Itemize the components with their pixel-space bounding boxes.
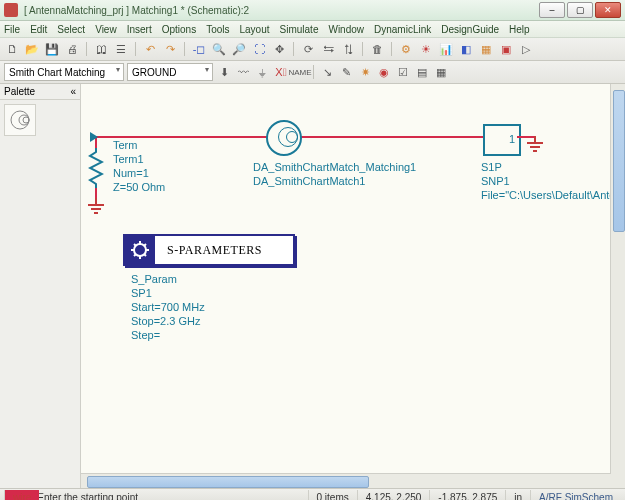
move-icon[interactable]: ↘ [319, 64, 335, 80]
snp-port-label: 1 [509, 133, 515, 145]
toolbar-main: 🗋 📂 💾 🖨 🕮 ☰ ↶ ↷ -◻ 🔍 🔎 ⛶ ✥ ⟳ ⮀ ⮁ 🗑 ⚙ ☀ 📊… [0, 38, 625, 61]
component-select[interactable]: GROUND [127, 63, 213, 81]
palette-item-smith[interactable] [4, 104, 36, 136]
record-icon[interactable]: ◉ [376, 64, 392, 80]
svg-point-1 [19, 115, 29, 125]
separator [135, 42, 136, 56]
rotate-icon[interactable]: ⟳ [300, 41, 316, 57]
status-items: 0 items [308, 490, 357, 500]
library-icon[interactable]: 🕮 [93, 41, 109, 57]
menu-insert[interactable]: Insert [127, 24, 152, 35]
scrollbar-horizontal[interactable] [81, 473, 611, 488]
display-icon[interactable]: 📊 [438, 41, 454, 57]
scrollbar-thumb[interactable] [613, 90, 625, 232]
window-title: [ AntennaMatching_prj ] Matching1 * (Sch… [24, 5, 249, 16]
snp-component[interactable]: 1 [483, 124, 521, 156]
ground-icon [525, 136, 545, 152]
hierarchy-icon[interactable]: ▣ [498, 41, 514, 57]
delete-icon[interactable]: 🗑 [369, 41, 385, 57]
zoom-dec-icon[interactable]: -◻ [191, 41, 207, 57]
status-coord2: -1.875, 2.875 [429, 490, 505, 500]
menu-designguide[interactable]: DesignGuide [441, 24, 499, 35]
term-label[interactable]: Term Term1 Num=1 Z=50 Ohm [113, 138, 165, 194]
smith-chart-icon[interactable] [266, 120, 302, 156]
schematic-canvas[interactable]: Term Term1 Num=1 Z=50 Ohm DA_SmithChartM… [81, 84, 625, 488]
tune-icon[interactable]: ☀ [418, 41, 434, 57]
snp-label[interactable]: S1P SNP1 File="C:\Users\Default\Ante [481, 160, 615, 202]
svg-point-0 [11, 111, 29, 129]
palette-title: Palette « [0, 84, 80, 100]
menu-help[interactable]: Help [509, 24, 530, 35]
separator [313, 65, 314, 79]
palette-panel: Palette « [0, 84, 81, 488]
separator [362, 42, 363, 56]
checkbox-icon[interactable]: ☑ [395, 64, 411, 80]
smith-label[interactable]: DA_SmithChartMatch_Matching1 DA_SmithCha… [253, 160, 416, 188]
palette-collapse-icon[interactable]: « [70, 86, 76, 97]
wire-icon[interactable]: 〰 [235, 64, 251, 80]
gnd-icon[interactable]: ⏚ [254, 64, 270, 80]
layers-icon[interactable]: ▤ [414, 64, 430, 80]
app-icon [4, 3, 18, 17]
maximize-button[interactable]: ▢ [567, 2, 593, 18]
palette-select[interactable]: Smith Chart Matching [4, 63, 124, 81]
titlebar: [ AntennaMatching_prj ] Matching1 * (Sch… [0, 0, 625, 21]
layout-icon[interactable]: ▦ [433, 64, 449, 80]
minimize-button[interactable]: – [539, 2, 565, 18]
term-port-icon [90, 132, 98, 142]
zoom-out-icon[interactable]: 🔎 [231, 41, 247, 57]
wire[interactable] [95, 188, 97, 198]
smith-icon [9, 109, 31, 131]
ground-icon [86, 198, 106, 214]
dds-icon[interactable]: ◧ [458, 41, 474, 57]
edit-icon[interactable]: ✎ [338, 64, 354, 80]
redo-icon[interactable]: ↷ [162, 41, 178, 57]
menu-simulate[interactable]: Simulate [280, 24, 319, 35]
scrollbar-corner [611, 474, 625, 488]
tree-icon[interactable]: ☰ [113, 41, 129, 57]
mirror-h-icon[interactable]: ⮀ [320, 41, 336, 57]
star-icon[interactable]: ✷ [357, 64, 373, 80]
palette-body [0, 100, 80, 140]
save-icon[interactable]: 💾 [44, 41, 60, 57]
mirror-v-icon[interactable]: ⮁ [340, 41, 356, 57]
close-button[interactable]: ✕ [595, 2, 621, 18]
menu-view[interactable]: View [95, 24, 117, 35]
window-buttons: – ▢ ✕ [539, 2, 621, 18]
print-icon[interactable]: 🖨 [64, 41, 80, 57]
scrollbar-thumb[interactable] [87, 476, 369, 488]
menu-layout[interactable]: Layout [240, 24, 270, 35]
separator [391, 42, 392, 56]
name-icon[interactable]: NAME [292, 64, 308, 80]
open-icon[interactable]: 📂 [24, 41, 40, 57]
menu-window[interactable]: Window [328, 24, 364, 35]
status-units: in [505, 490, 530, 500]
menu-dynamiclink[interactable]: DynamicLink [374, 24, 431, 35]
menu-tools[interactable]: Tools [206, 24, 229, 35]
sparams-label[interactable]: S_Param SP1 Start=700 MHz Stop=2.3 GHz S… [131, 272, 205, 342]
new-icon[interactable]: 🗋 [4, 41, 20, 57]
status-space: A/RF SimSchem [530, 490, 621, 500]
pan-icon[interactable]: ✥ [271, 41, 287, 57]
sparams-controller[interactable]: S-PARAMETERS [123, 234, 295, 266]
vars-icon[interactable]: ▦ [478, 41, 494, 57]
separator [184, 42, 185, 56]
gear-icon [125, 236, 155, 264]
menu-options[interactable]: Options [162, 24, 196, 35]
scrollbar-vertical[interactable] [610, 84, 625, 474]
menu-select[interactable]: Select [57, 24, 85, 35]
zoom-in-icon[interactable]: 🔍 [211, 41, 227, 57]
sparams-title: S-PARAMETERS [167, 243, 262, 258]
palette-label: Palette [4, 86, 35, 97]
resistor-icon [88, 148, 104, 188]
toolbar-secondary: Smith Chart Matching GROUND ⬇ 〰 ⏚ X⃒ NAM… [0, 61, 625, 84]
place-icon[interactable]: ⬇ [216, 64, 232, 80]
undo-icon[interactable]: ↶ [142, 41, 158, 57]
abc-icon[interactable]: X⃒ [273, 64, 289, 80]
simulate-icon[interactable]: ⚙ [398, 41, 414, 57]
zoom-fit-icon[interactable]: ⛶ [251, 41, 267, 57]
push-icon[interactable]: ▷ [518, 41, 534, 57]
menu-edit[interactable]: Edit [30, 24, 47, 35]
menu-file[interactable]: File [4, 24, 20, 35]
status-coord1: 4.125, 2.250 [357, 490, 430, 500]
